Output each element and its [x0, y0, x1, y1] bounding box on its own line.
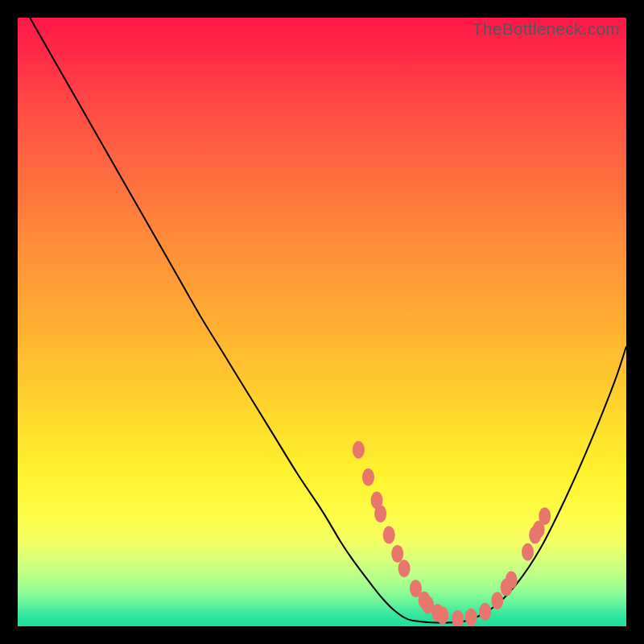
watermark-text: TheBottleneck.com	[473, 19, 620, 39]
highlight-dot	[539, 507, 551, 525]
highlight-dot	[353, 441, 365, 459]
highlight-dot	[522, 543, 534, 561]
chart-frame: TheBottleneck.com	[0, 0, 644, 644]
highlight-dot	[398, 559, 411, 577]
highlight-dot	[491, 592, 503, 609]
highlight-dot	[452, 610, 464, 626]
bottleneck-chart	[18, 18, 626, 626]
highlight-dot	[391, 545, 403, 563]
highlight-dot	[362, 469, 374, 486]
highlight-dot	[479, 603, 491, 621]
chart-plot-area: TheBottleneck.com	[18, 18, 626, 626]
highlight-dot	[383, 526, 395, 544]
highlight-dot	[506, 572, 518, 589]
highlight-dot	[465, 609, 477, 626]
highlight-dot	[374, 505, 386, 522]
highlight-dot	[436, 606, 448, 624]
